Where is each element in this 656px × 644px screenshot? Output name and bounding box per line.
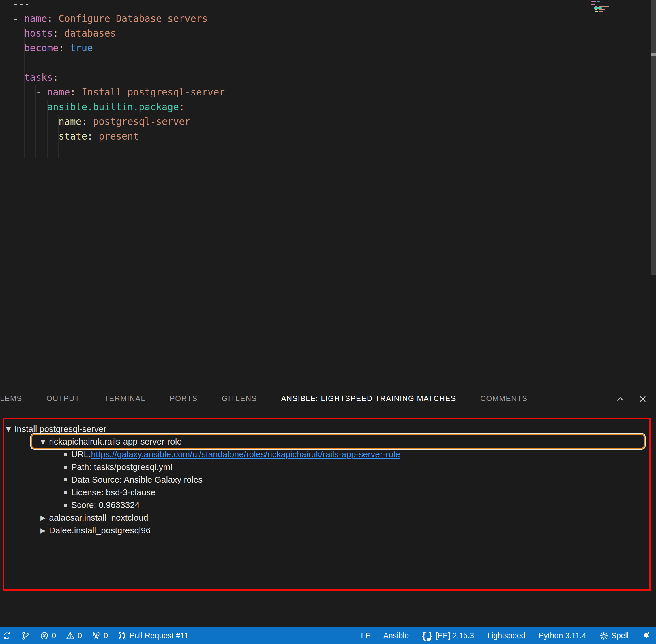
code-line: - name: Configure Database servers <box>13 11 225 26</box>
code-line: become: true <box>13 41 225 55</box>
tree-item-label: URL: <box>71 450 91 459</box>
chevron-up-icon <box>615 394 626 404</box>
bullet-icon <box>64 465 67 469</box>
panel-tab-ansible-lightspeed-training-matches[interactable]: ANSIBLE: LIGHTSPEED TRAINING MATCHES <box>281 386 456 411</box>
tree-item-detail[interactable]: Path: tasks/postgresql.yml <box>4 461 649 473</box>
status-label: 0 <box>104 631 108 640</box>
tree-item-label: Score: 0.9633324 <box>71 500 139 510</box>
chevron-collapsed-icon[interactable]: ▶ <box>40 527 49 534</box>
tree-item-label: aalaesar.install_nextcloud <box>49 513 148 523</box>
bullet-icon <box>64 453 67 456</box>
panel-tab-output[interactable]: OUTPUT <box>46 386 80 411</box>
bullet-icon <box>64 478 67 481</box>
tree-item-label: Path: tasks/postgresql.yml <box>71 462 172 472</box>
source-control-icon <box>21 631 30 640</box>
chevron-expanded-icon[interactable]: ▼ <box>6 425 15 433</box>
status-label: Ansible <box>384 631 409 640</box>
sync-status[interactable] <box>2 631 11 640</box>
status-label: LF <box>361 631 370 640</box>
window-scrollbar[interactable] <box>651 0 656 275</box>
tree-item-detail[interactable]: URL: https://galaxy.ansible.com/ui/stand… <box>4 448 649 461</box>
minimap-line <box>591 6 616 7</box>
code-line: tasks: <box>13 70 225 85</box>
scrollbar-thumb[interactable] <box>651 53 656 56</box>
tree-item[interactable]: ▼rickapichairuk.rails-app-server-role <box>4 435 649 448</box>
close-button[interactable] <box>637 393 649 405</box>
panel-tab-comments[interactable]: COMMENTS <box>480 386 528 411</box>
minimap-line <box>591 4 616 5</box>
galaxy-role-link[interactable]: https://galaxy.ansible.com/ui/standalone… <box>91 450 400 459</box>
status-label: Pull Request #11 <box>130 631 189 640</box>
status-label: Python 3.11.4 <box>539 631 586 640</box>
bullet-icon <box>64 491 67 494</box>
current-line-highlight <box>9 143 588 158</box>
tree-item-detail[interactable]: License: bsd-3-clause <box>4 486 649 499</box>
panel-actions <box>614 393 649 405</box>
chevron-expanded-icon[interactable]: ▼ <box>40 438 49 445</box>
code-line <box>13 55 225 70</box>
tree-item-label: Data Source: Ansible Galaxy roles <box>71 475 202 485</box>
eol-indicator[interactable]: LF <box>361 631 370 640</box>
status-label: Spell <box>611 631 629 640</box>
pull-request-icon <box>118 631 127 640</box>
chevron-collapsed-icon[interactable]: ▶ <box>40 514 49 522</box>
broadcast-icon <box>92 631 101 640</box>
tree-item-detail[interactable]: Data Source: Ansible Galaxy roles <box>4 473 649 486</box>
minimap-line <box>591 11 616 12</box>
code-editor[interactable]: ---- name: Configure Database servers ho… <box>0 0 656 385</box>
code-line: - name: Install postgresql-server <box>13 85 225 99</box>
code-line: hosts: databases <box>13 26 225 41</box>
spell-checker-status[interactable]: Spell <box>599 631 629 640</box>
ansible-ee-version[interactable]: { }[EE] 2.15.3 <box>422 630 474 641</box>
source-control-graph[interactable] <box>21 631 30 640</box>
tree-item-label: License: bsd-3-clause <box>71 487 155 497</box>
status-bar: 000Pull Request #11 LFAnsible{ }[EE] 2.1… <box>0 627 656 644</box>
tree-item-detail[interactable]: Score: 0.9633324 <box>4 499 649 511</box>
forwarded-ports[interactable]: 0 <box>92 631 108 640</box>
gear-icon <box>599 631 608 640</box>
vscode-window: ---- name: Configure Database servers ho… <box>0 0 656 644</box>
status-bar-right: LFAnsible{ }[EE] 2.15.3LightspeedPython … <box>361 630 656 641</box>
status-bar-left: 000Pull Request #11 <box>0 631 189 640</box>
code-line: --- <box>13 0 225 11</box>
language-mode[interactable]: Ansible <box>384 631 409 640</box>
tree-item[interactable]: ▶aalaesar.install_nextcloud <box>4 511 649 524</box>
editor-right-border <box>651 275 651 385</box>
code-line: state: present <box>13 129 225 143</box>
panel-tabs: LEMSOUTPUTTERMINALPORTSGITLENSANSIBLE: L… <box>0 386 552 411</box>
bullet-icon <box>64 504 67 507</box>
tree-item-label: rickapichairuk.rails-app-server-role <box>49 437 182 446</box>
tree-item-label: Install postgresql-server <box>15 424 106 434</box>
sync-icon <box>2 631 11 640</box>
minimap-line <box>591 9 616 10</box>
pull-request-status[interactable]: Pull Request #11 <box>118 631 189 640</box>
panel-tab-lems[interactable]: LEMS <box>0 386 22 411</box>
panel-tab-gitlens[interactable]: GITLENS <box>222 386 257 411</box>
lightspeed-status[interactable]: Lightspeed <box>487 631 525 640</box>
minimap-line <box>591 1 616 2</box>
status-label: 0 <box>78 631 82 640</box>
chevron-up-button[interactable] <box>614 393 626 405</box>
errors-count[interactable]: 0 <box>40 631 56 640</box>
panel-tab-terminal[interactable]: TERMINAL <box>104 386 146 411</box>
training-matches-panel: ▼Install postgresql-server▼rickapichairu… <box>3 418 651 591</box>
tree-item[interactable]: ▶Dalee.install_postgresql96 <box>4 524 649 537</box>
panel-tab-ports[interactable]: PORTS <box>170 386 198 411</box>
notifications-bell[interactable] <box>642 631 651 640</box>
python-version[interactable]: Python 3.11.4 <box>539 631 586 640</box>
code-line: ansible.builtin.package: <box>13 99 225 114</box>
warnings-count[interactable]: 0 <box>66 631 82 640</box>
status-label: [EE] 2.15.3 <box>436 631 474 640</box>
status-label: Lightspeed <box>487 631 525 640</box>
minimap-line <box>591 7 616 9</box>
error-icon <box>40 631 49 640</box>
bell-dot-icon <box>642 631 651 640</box>
braces-icon: { } <box>422 630 433 641</box>
tree-item[interactable]: ▼Install postgresql-server <box>4 422 649 435</box>
minimap[interactable] <box>591 1 616 13</box>
panel-header: LEMSOUTPUTTERMINALPORTSGITLENSANSIBLE: L… <box>0 386 656 417</box>
minimap-line <box>591 2 616 3</box>
close-icon <box>637 394 648 404</box>
tree-item-label: Dalee.install_postgresql96 <box>49 526 151 535</box>
yaml-code: ---- name: Configure Database servers ho… <box>13 0 225 143</box>
